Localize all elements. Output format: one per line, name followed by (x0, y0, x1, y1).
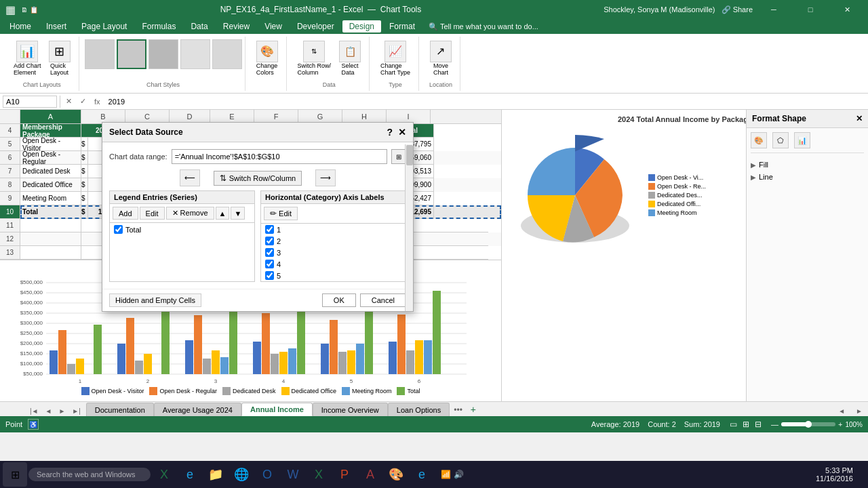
taskbar-paint-icon[interactable]: 🎨 (384, 462, 408, 487)
dialog-close-btn[interactable]: ✕ (398, 127, 406, 138)
chart-data-range-input[interactable] (172, 149, 387, 164)
edit-series-btn[interactable]: Edit (140, 207, 165, 220)
two-col-area: Legend Entries (Series) Add Edit ✕ Remov… (109, 190, 406, 282)
taskbar-ie2-icon[interactable]: e (410, 462, 434, 487)
taskbar-sys-icons: 📶 🔊 (435, 470, 469, 479)
dialog-help-btn[interactable]: ? (387, 127, 393, 138)
show-desktop-btn[interactable] (860, 461, 865, 488)
axis-edit-label: Edit (279, 209, 292, 218)
axis-list: 1 2 3 4 (261, 224, 406, 281)
arrow-left-btn[interactable]: ⟵ (180, 169, 200, 186)
dialog-title-controls: ? ✕ (387, 127, 406, 138)
axis-item-5: 5 (261, 270, 406, 281)
start-btn[interactable]: ⊞ (3, 462, 27, 487)
taskbar-time: 5:33 PM 11/16/2016 (816, 466, 859, 483)
axis-label-3: 3 (277, 249, 281, 257)
axis-label-5: 5 (277, 272, 281, 280)
axis-label-4: 4 (277, 260, 281, 268)
chart-data-range-select-btn[interactable]: ⊞ (391, 149, 406, 164)
series-down-btn[interactable]: ▼ (231, 207, 245, 220)
axis-panel-actions: ✏ Edit (261, 204, 406, 224)
legend-entries-panel: Legend Entries (Series) Add Edit ✕ Remov… (109, 190, 255, 282)
dialog-title-bar: Select Data Source ? ✕ (102, 123, 413, 142)
legend-panel-actions: Add Edit ✕ Remove ▲ ▼ (110, 204, 254, 223)
dialog-overlay: Select Data Source ? ✕ Chart data range:… (0, 0, 868, 488)
taskbar: ⊞ X e 📁 🌐 O W X P A 🎨 e 📶 🔊 5:33 PM 11/1… (0, 461, 868, 488)
axis-item-1: 1 (261, 224, 406, 235)
taskbar-word-icon[interactable]: W (281, 462, 305, 487)
dialog-footer: Hidden and Empty Cells OK Cancel (102, 289, 413, 311)
axis-label-1: 1 (277, 226, 281, 234)
switch-row-col-dialog-btn[interactable]: ⇅ Switch Row/Column (214, 171, 302, 186)
taskbar-outlook-icon[interactable]: O (255, 462, 279, 487)
edit-axis-btn[interactable]: ✏ Edit (264, 207, 298, 220)
series-up-btn[interactable]: ▲ (216, 207, 230, 220)
remove-series-btn[interactable]: ✕ Remove (166, 207, 214, 220)
time-display: 5:33 PM (816, 466, 853, 474)
dialog-action-buttons: OK Cancel (322, 293, 406, 307)
hidden-and-empty-cells-btn[interactable]: Hidden and Empty Cells (109, 293, 201, 307)
axis-labels-panel: Horizontal (Category) Axis Labels ✏ Edit… (260, 190, 406, 282)
axis-scrollbar-thumb (406, 145, 413, 165)
dialog-title-text: Select Data Source (109, 127, 183, 137)
series-list: Total (110, 223, 254, 277)
taskbar-search-input[interactable] (28, 468, 151, 481)
axis-checkbox-1[interactable] (265, 225, 274, 234)
taskbar-volume-icon: 🔊 (454, 470, 464, 479)
arrow-right-btn[interactable]: ⟶ (315, 169, 336, 186)
switch-row-col-area: ⟵ ⇅ Switch Row/Column ⟶ (109, 169, 406, 186)
select-data-source-dialog: Select Data Source ? ✕ Chart data range:… (102, 122, 414, 312)
axis-title-text: Horizontal (Category) Axis Labels (265, 193, 384, 201)
series-label-total: Total (125, 226, 141, 234)
axis-scrollbar[interactable] (405, 144, 413, 311)
taskbar-folder-icon[interactable]: 📁 (203, 462, 228, 487)
series-checkbox-total[interactable] (114, 225, 123, 234)
chart-data-range-label: Chart data range: (109, 152, 167, 161)
taskbar-ie-icon[interactable]: e (178, 462, 202, 487)
chart-data-range-row: Chart data range: ⊞ (109, 149, 406, 164)
taskbar-excel-icon[interactable]: X (152, 462, 176, 487)
switch-btn-label: Switch Row/Column (229, 174, 296, 182)
taskbar-excel2-icon[interactable]: X (307, 462, 331, 487)
dialog-body: Chart data range: ⊞ ⟵ ⇅ Switch Row/Colum… (102, 142, 413, 289)
axis-header: Horizontal (Category) Axis Labels (261, 191, 406, 204)
axis-label-2: 2 (277, 237, 281, 245)
axis-checkbox-5[interactable] (265, 271, 274, 280)
axis-item-4: 4 (261, 258, 406, 270)
axis-checkbox-3[interactable] (265, 248, 274, 257)
legend-entries-header: Legend Entries (Series) (110, 191, 254, 204)
taskbar-access-icon[interactable]: A (358, 462, 382, 487)
add-series-btn[interactable]: Add (113, 207, 138, 220)
dialog-ok-btn[interactable]: OK (322, 293, 356, 307)
taskbar-network-icon: 📶 (441, 470, 451, 479)
axis-item-2: 2 (261, 235, 406, 247)
series-item-total[interactable]: Total (110, 223, 254, 236)
dialog-cancel-btn[interactable]: Cancel (360, 293, 406, 307)
axis-item-3: 3 (261, 247, 406, 258)
taskbar-chrome-icon[interactable]: 🌐 (229, 462, 254, 487)
axis-checkbox-4[interactable] (265, 260, 274, 268)
legend-title-text: Legend Entries (Series) (114, 193, 197, 201)
date-display: 11/16/2016 (816, 474, 853, 483)
taskbar-ppt-icon[interactable]: P (332, 462, 357, 487)
axis-checkbox-2[interactable] (265, 237, 274, 245)
